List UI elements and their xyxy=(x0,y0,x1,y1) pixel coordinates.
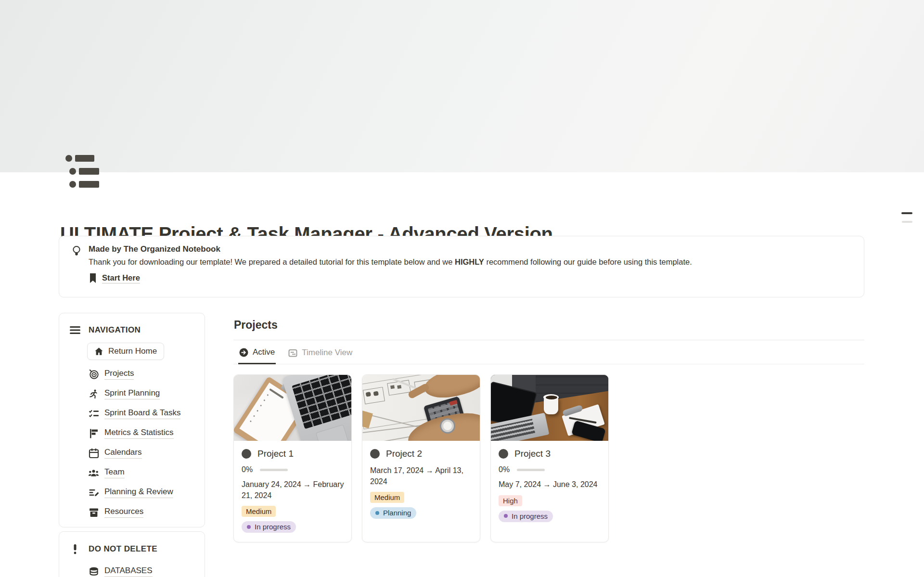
tab-timeline-label: Timeline View xyxy=(302,348,352,358)
gray-circle-icon xyxy=(370,449,380,459)
project-1-cover-image xyxy=(234,375,351,441)
progress-bar xyxy=(517,469,545,471)
plan-edit-icon xyxy=(88,487,99,498)
progress-value: 0% xyxy=(242,465,253,474)
callout-text: Made by The Organized Notebook Thank you… xyxy=(89,244,692,289)
sidebar-item-databases[interactable]: DATABASES xyxy=(88,562,197,577)
project-title: Project 1 xyxy=(257,449,294,459)
page-icon-bulleted-list[interactable] xyxy=(64,153,107,189)
navigation-panel: NAVIGATION Return Home Projects xyxy=(59,313,205,527)
sidebar-item-sprint-board[interactable]: Sprint Board & Tasks xyxy=(88,404,197,423)
return-home-button[interactable]: Return Home xyxy=(87,343,164,360)
status-dot xyxy=(375,511,379,515)
coffee-mug-shape xyxy=(544,397,558,414)
project-card-2[interactable]: Project 2 March 17, 2024 → April 13, 202… xyxy=(362,374,480,542)
do-not-delete-header: DO NOT DELETE xyxy=(67,543,197,555)
priority-badge: High xyxy=(499,495,522,506)
bulleted-list-icon xyxy=(64,153,107,189)
callout-title: Made by The Organized Notebook xyxy=(89,244,692,254)
sidebar-item-resources[interactable]: Resources xyxy=(88,502,197,522)
status-badge: In progress xyxy=(499,511,553,522)
tab-active[interactable]: Active xyxy=(238,340,276,364)
callout-body: Thank you for downloading our template! … xyxy=(89,257,692,267)
target-icon xyxy=(88,369,99,380)
project-date-range: May 7, 2024 → June 3, 2024 xyxy=(499,479,606,490)
progress-value: 0% xyxy=(499,465,510,474)
project-title: Project 3 xyxy=(514,449,551,459)
sidebar-item-projects[interactable]: Projects xyxy=(88,364,197,384)
status-label: In progress xyxy=(512,512,548,520)
exclamation-icon xyxy=(69,543,81,555)
project-1-body: Project 1 0% January 24, 2024 → February… xyxy=(234,441,351,533)
status-label: In progress xyxy=(255,523,291,531)
home-icon xyxy=(94,347,103,356)
calendar-icon xyxy=(88,448,99,459)
sidebar-item-label: Team xyxy=(104,467,125,478)
gray-circle-icon xyxy=(499,449,508,459)
project-date-range: January 24, 2024 → February 21, 2024 xyxy=(242,479,349,501)
status-label: Planning xyxy=(383,509,411,517)
page-cover-image xyxy=(0,0,924,172)
trackpad-shape xyxy=(316,424,348,441)
sidebar-item-label: Projects xyxy=(104,369,134,380)
timeline-board-icon xyxy=(288,348,297,358)
project-3-body: Project 3 0% May 7, 2024 → June 3, 2024 … xyxy=(491,441,608,522)
database-icon xyxy=(88,566,99,577)
project-card-3[interactable]: Project 3 0% May 7, 2024 → June 3, 2024 … xyxy=(490,374,609,542)
sidebar-item-label: Planning & Review xyxy=(104,487,173,498)
status-badge: In progress xyxy=(242,521,296,533)
do-not-delete-items: DATABASES xyxy=(88,562,197,577)
callout-body-post: recommend following our guide before usi… xyxy=(484,257,692,266)
bookmark-icon xyxy=(89,273,97,283)
arrow-circle-right-icon xyxy=(239,348,248,357)
view-tabs: Active Timeline View xyxy=(233,340,864,364)
status-dot xyxy=(504,514,508,518)
project-2-cover-image xyxy=(362,375,480,441)
status-badge: Planning xyxy=(370,507,416,519)
people-icon xyxy=(88,468,99,478)
sidebar-item-planning-review[interactable]: Planning & Review xyxy=(88,483,197,502)
toc-dash[interactable] xyxy=(902,221,912,223)
project-cards: Project 1 0% January 24, 2024 → February… xyxy=(233,374,864,542)
sidebar-item-label: Calendars xyxy=(104,448,142,459)
priority-badge: Medium xyxy=(242,506,276,517)
status-dot xyxy=(247,525,251,529)
do-not-delete-panel: DO NOT DELETE DATABASES xyxy=(59,531,205,577)
start-here-link[interactable]: Start Here xyxy=(102,273,140,283)
sidebar-item-sprint-planning[interactable]: Sprint Planning xyxy=(88,384,197,404)
tab-active-label: Active xyxy=(253,347,275,357)
project-card-1[interactable]: Project 1 0% January 24, 2024 → February… xyxy=(233,374,352,542)
sidebar-item-calendars[interactable]: Calendars xyxy=(88,443,197,463)
start-here-row: Start Here xyxy=(89,273,692,283)
project-title: Project 2 xyxy=(386,449,422,459)
progress-bar xyxy=(260,469,288,471)
lightbulb-icon xyxy=(71,244,82,289)
archive-box-icon xyxy=(88,507,99,518)
progress-row: 0% xyxy=(242,465,344,474)
sidebar-item-metrics[interactable]: Metrics & Statistics xyxy=(88,423,197,443)
projects-heading: Projects xyxy=(234,319,864,332)
gray-circle-icon xyxy=(242,449,251,459)
sidebar-item-label: Sprint Planning xyxy=(104,388,160,399)
project-date-range: March 17, 2024 → April 13, 2024 xyxy=(370,465,478,487)
sidebar-item-label: Metrics & Statistics xyxy=(104,428,174,439)
wristwatch-shape xyxy=(441,420,454,432)
do-not-delete-title: DO NOT DELETE xyxy=(89,544,157,554)
table-of-contents-indicator[interactable] xyxy=(901,212,912,223)
sidebar-item-label: Sprint Board & Tasks xyxy=(104,408,180,419)
made-by-callout: Made by The Organized Notebook Thank you… xyxy=(59,236,864,297)
priority-badge: Medium xyxy=(370,492,404,503)
toc-dash-active[interactable] xyxy=(901,212,912,214)
sidebar-item-team[interactable]: Team xyxy=(88,463,197,483)
sidebar-item-label: Resources xyxy=(104,507,143,518)
progress-row: 0% xyxy=(499,465,601,474)
navigation-title: NAVIGATION xyxy=(89,325,141,335)
projects-section: Projects Active Timeline View xyxy=(233,313,864,542)
bar-chart-icon xyxy=(88,428,99,439)
project-3-cover-image xyxy=(491,375,608,441)
sidebar-item-label: DATABASES xyxy=(104,566,153,577)
callout-body-bold: HIGHLY xyxy=(455,257,484,266)
tab-timeline-view[interactable]: Timeline View xyxy=(287,340,353,364)
task-list-icon xyxy=(88,409,99,419)
return-home-label: Return Home xyxy=(108,346,157,356)
